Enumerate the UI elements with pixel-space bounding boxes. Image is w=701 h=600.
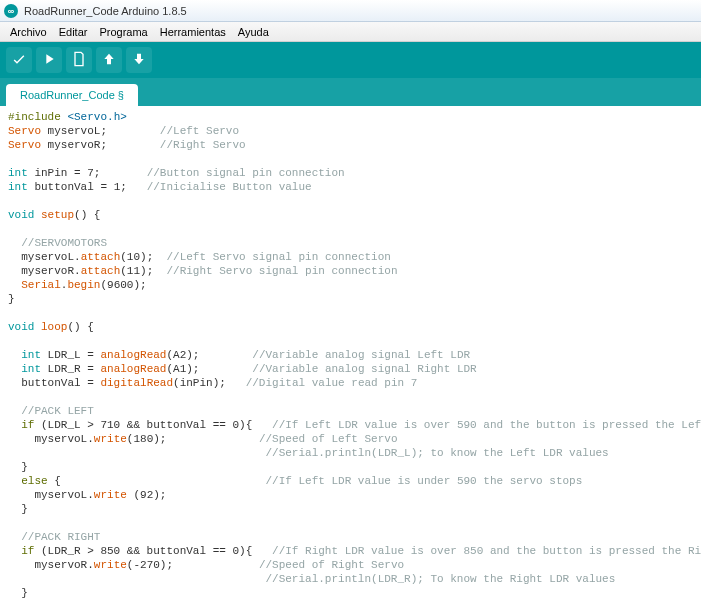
code-text: (10); [120,251,166,263]
code-text: } [8,461,28,473]
code-text: //Right Servo [160,139,246,151]
code-text: buttonVal = 1; [28,181,147,193]
code-text: //Left Servo [160,125,239,137]
code-text: int [8,363,41,375]
code-text: () { [74,209,100,221]
menu-programa[interactable]: Programa [93,26,153,38]
code-text: int [8,181,28,193]
code-text: //PACK RIGHT [8,531,100,543]
code-text: //If Right LDR value is over 850 and the… [272,545,701,557]
tab-roadrunner-code[interactable]: RoadRunner_Code § [6,84,138,106]
code-text: #include [8,111,67,123]
code-text: begin [67,279,100,291]
code-text: //Inicialise Button value [147,181,312,193]
code-text: LDR_L = [41,349,100,361]
code-text: //Serial.println(LDR_L); to know the Lef… [8,447,609,459]
code-text: write [94,559,127,571]
menubar: Archivo Editar Programa Herramientas Ayu… [0,22,701,42]
code-text: //Button signal pin connection [147,167,345,179]
code-text: int [8,349,41,361]
code-text: myservoL. [8,489,94,501]
code-text: myservoL. [8,433,94,445]
code-text: //Variable analog signal Left LDR [252,349,470,361]
arrow-right-icon [41,51,57,69]
arrow-up-icon [101,51,117,69]
code-text: () { [67,321,93,333]
new-button[interactable] [66,47,92,73]
code-text: write [94,433,127,445]
check-icon [11,51,27,69]
code-editor[interactable]: #include <Servo.h> Servo myservoL; //Lef… [0,106,701,600]
code-text: myservoR; [41,139,160,151]
code-text: (inPin); [173,377,246,389]
code-text: Servo [8,139,41,151]
code-text: inPin = 7; [28,167,147,179]
code-text: void [8,209,34,221]
code-text: analogRead [100,363,166,375]
code-text [8,279,21,291]
code-text: (A1); [166,363,252,375]
code-text: (180); [127,433,259,445]
code-text: analogRead [100,349,166,361]
window-title: RoadRunner_Code Arduino 1.8.5 [24,5,187,17]
toolbar [0,42,701,78]
menu-herramientas[interactable]: Herramientas [154,26,232,38]
menu-ayuda[interactable]: Ayuda [232,26,275,38]
code-text: myservoL. [8,251,81,263]
code-text: else [8,475,48,487]
upload-button[interactable] [36,47,62,73]
code-text: (LDR_R > 850 && buttonVal == 0){ [34,545,272,557]
code-text: (9600); [100,279,146,291]
code-text: //Right Servo signal pin connection [166,265,397,277]
code-text: setup [41,209,74,221]
code-text: <Servo.h> [67,111,126,123]
code-text: //Speed of Right Servo [259,559,404,571]
code-text: digitalRead [100,377,173,389]
code-text: Servo [8,125,41,137]
code-text: } [8,293,15,305]
code-text: //Serial.println(LDR_R); To know the Rig… [8,573,615,585]
code-text: } [8,587,28,599]
verify-button[interactable] [6,47,32,73]
code-text: if [8,419,34,431]
file-icon [71,51,87,69]
code-text: Serial [21,279,61,291]
code-text: LDR_R = [41,363,100,375]
open-button[interactable] [96,47,122,73]
tabbar: RoadRunner_Code § [0,78,701,106]
code-text: myservoR. [8,265,81,277]
window-titlebar: ∞ RoadRunner_Code Arduino 1.8.5 [0,0,701,22]
code-text: //Speed of Left Servo [259,433,398,445]
code-text: myservoR. [8,559,94,571]
code-text: //Digital value read pin 7 [246,377,418,389]
code-text: (92); [127,489,167,501]
code-text: write [94,489,127,501]
code-text: { [48,475,266,487]
arrow-down-icon [131,51,147,69]
code-text: (11); [120,265,166,277]
code-text: } [8,503,28,515]
code-text: //Variable analog signal Right LDR [252,363,476,375]
code-text: (A2); [166,349,252,361]
code-text: attach [81,265,121,277]
code-text: //If Left LDR value is under 590 the ser… [265,475,582,487]
save-button[interactable] [126,47,152,73]
code-text: //If Left LDR value is over 590 and the … [272,419,701,431]
menu-editar[interactable]: Editar [53,26,94,38]
code-text: //Left Servo signal pin connection [166,251,390,263]
arduino-logo-icon: ∞ [4,4,18,18]
code-text: (-270); [127,559,259,571]
code-text: int [8,167,28,179]
code-text: attach [81,251,121,263]
code-text: //SERVOMOTORS [8,237,107,249]
menu-archivo[interactable]: Archivo [4,26,53,38]
code-text: if [8,545,34,557]
code-text: loop [41,321,67,333]
code-text: void [8,321,34,333]
code-text: (LDR_L > 710 && buttonVal == 0){ [34,419,272,431]
code-text: //PACK LEFT [8,405,94,417]
code-text: buttonVal = [8,377,100,389]
code-text: myservoL; [41,125,160,137]
